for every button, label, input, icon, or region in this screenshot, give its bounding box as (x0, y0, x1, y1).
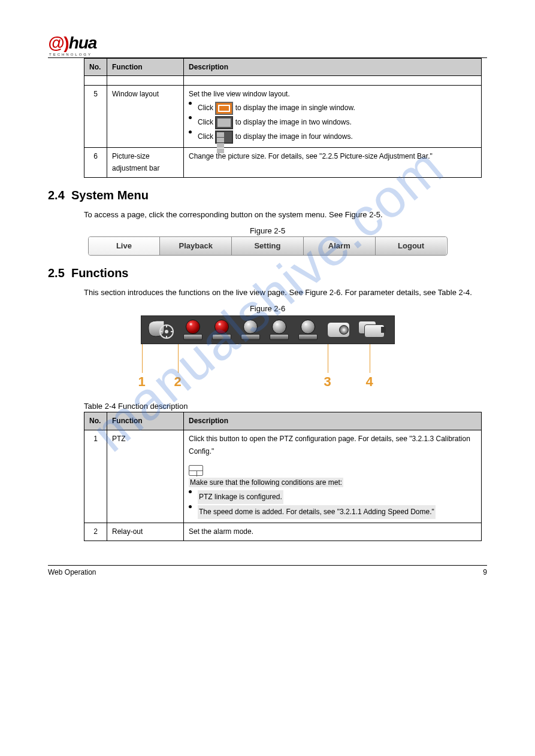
alarm-lamp-gray-icon[interactable] (237, 318, 264, 341)
four-window-icon (215, 130, 233, 144)
single-window-icon (215, 102, 233, 115)
tab-alarm[interactable]: Alarm (304, 237, 376, 255)
tab-logout[interactable]: Logout (376, 237, 447, 255)
tab-playback[interactable]: Playback (160, 237, 232, 255)
functions-toolbar (141, 315, 395, 344)
ptz-icon[interactable] (146, 318, 177, 341)
tab-setting[interactable]: Setting (232, 237, 304, 255)
table-2-4: No. Function Description 1 PTZ Click thi… (84, 412, 482, 541)
table-row: 6 Picture-size adjustment bar Change the… (84, 147, 482, 177)
alarm-lamp-gray-icon[interactable] (266, 318, 292, 341)
th-func: Function (107, 59, 184, 76)
svg-point-1 (165, 330, 168, 333)
heading-2-4: 2.4 System Menu (48, 189, 487, 202)
figure-2-6-callouts: 1 2 3 4 (124, 344, 412, 398)
heading-2-5: 2.5 Functions (48, 266, 487, 280)
th-desc: Description (184, 59, 482, 76)
record-icon[interactable] (356, 318, 389, 341)
figure-2-5-label: Figure 2-5 (48, 226, 487, 235)
table-row: 5 Window layout Set the live view window… (84, 86, 482, 147)
note-icon (189, 465, 203, 476)
figure-2-6-label: Figure 2-6 (48, 304, 487, 313)
two-window-icon (215, 116, 233, 129)
table-2-4-label: Table 2-4 Function description (84, 402, 487, 411)
paragraph: To access a page, click the correspondin… (84, 208, 487, 221)
table-row: 1 PTZ Click this button to open the PTZ … (84, 430, 482, 523)
paragraph: This section introduces the functions on… (84, 286, 487, 299)
table-2-3: No. Function Description 5 Window layout… (84, 58, 482, 178)
table-row (84, 76, 482, 86)
snapshot-icon[interactable] (324, 318, 353, 341)
table-row: 2 Relay-out Set the alarm mode. (84, 523, 482, 541)
alarm-lamp-red-icon[interactable] (208, 318, 235, 341)
th-no: No. (84, 59, 107, 76)
brand-logo: @)hua TECHNOLOGY (48, 34, 487, 56)
page-footer: Web Operation 9 (48, 565, 487, 576)
alarm-lamp-gray-icon[interactable] (295, 318, 321, 341)
tab-live[interactable]: Live (89, 237, 161, 255)
system-menu: Live Playback Setting Alarm Logout (88, 236, 448, 256)
alarm-lamp-red-icon[interactable] (180, 318, 206, 341)
